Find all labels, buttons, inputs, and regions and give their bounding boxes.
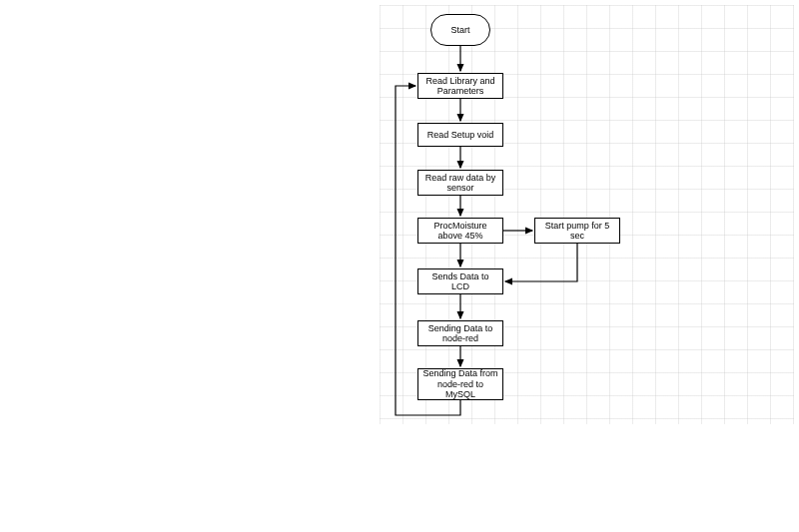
send-mysql-step: Sending Data from node-red to MySQL [417,368,503,400]
read-raw-step: Read raw data by sensor [417,170,503,196]
sends-lcd-step: Sends Data to LCD [417,268,503,294]
read-library-step: Read Library and Parameters [417,73,503,99]
canvas-grid [380,5,794,424]
read-setup-step: Read Setup void [417,123,503,147]
start-pump-step: Start pump for 5 sec [534,218,620,244]
start-terminator: Start [430,14,490,46]
send-nodered-step: Sending Data to node-red [417,320,503,346]
proc-moisture-decision: ProcMoisture above 45% [417,218,503,244]
